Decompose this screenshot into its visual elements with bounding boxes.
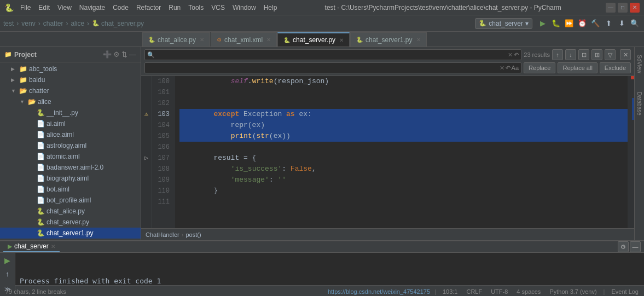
- breadcrumb-alice[interactable]: alice: [71, 20, 84, 27]
- find-prev-icon[interactable]: ↶: [514, 51, 519, 59]
- find-prev-button[interactable]: ↑: [552, 49, 563, 60]
- status-chars[interactable]: 79 chars, 2 line breaks: [3, 288, 68, 295]
- tree-item-abc-tools[interactable]: ▶ 📁 abc_tools: [0, 63, 141, 74]
- tab-chat-server1[interactable]: 🐍 chat_server1.py ✕: [350, 32, 426, 47]
- run-settings-button[interactable]: ⚙: [618, 241, 629, 252]
- replace-button[interactable]: Replace: [524, 62, 555, 73]
- sidebar-collapse-button[interactable]: —: [129, 50, 136, 59]
- tree-item-chat-alice-py[interactable]: 🐍 chat_alice.py: [0, 206, 141, 217]
- find-settings-button[interactable]: ✕: [620, 49, 631, 60]
- find-input[interactable]: [156, 51, 507, 58]
- menu-navigate[interactable]: Navigate: [76, 3, 108, 13]
- menu-vcs[interactable]: VCS: [208, 3, 228, 13]
- menu-help[interactable]: Help: [260, 3, 281, 13]
- replace-all-button[interactable]: Replace all: [558, 62, 597, 73]
- run-tab-chat-server[interactable]: ▶ chat_server ✕: [3, 241, 60, 252]
- breadcrumb-chatter[interactable]: chatter: [43, 20, 63, 27]
- tree-item-chatter[interactable]: ▼ 📂 chatter: [0, 85, 141, 96]
- status-indent[interactable]: 4 spaces: [514, 288, 543, 295]
- breadcrumb-venv[interactable]: venv: [21, 20, 35, 27]
- gutter-run-107[interactable]: ▷: [141, 153, 152, 164]
- run-close-button[interactable]: —: [630, 241, 641, 252]
- status-position[interactable]: 103:1: [440, 288, 460, 295]
- debug-button[interactable]: 🐛: [550, 18, 562, 30]
- find-close-icon[interactable]: ✕: [508, 51, 513, 59]
- breadcrumb-method[interactable]: post(): [185, 231, 201, 238]
- sidebar-settings-button[interactable]: ⚙: [113, 50, 120, 59]
- tree-item-alice-aiml[interactable]: 📄 alice.aiml: [0, 129, 141, 140]
- tree-item-atomic-aiml[interactable]: 📄 atomic.aiml: [0, 151, 141, 162]
- minimize-button[interactable]: —: [606, 3, 616, 13]
- tab-close-chat-xml[interactable]: ✕: [266, 37, 271, 43]
- file-icon-alice-aiml: 📄: [37, 131, 45, 138]
- breadcrumb-test[interactable]: test: [3, 20, 14, 27]
- tree-item-alice[interactable]: ▼ 📂 alice: [0, 96, 141, 107]
- run-play-button[interactable]: ▶: [2, 255, 13, 266]
- tab-close-chat-server[interactable]: ✕: [339, 37, 344, 43]
- exclude-button[interactable]: Exclude: [600, 62, 631, 73]
- replace-case-icon[interactable]: Aa: [512, 65, 519, 71]
- breadcrumb-class[interactable]: ChatHandler: [146, 231, 179, 238]
- file-icon-init-py: 🐍: [37, 109, 45, 117]
- menu-file[interactable]: File: [17, 3, 34, 13]
- event-log-button[interactable]: Event Log: [609, 288, 641, 295]
- menu-window[interactable]: Window: [229, 3, 259, 13]
- status-link[interactable]: https://blog.csdn.net/weixin_47542175: [328, 288, 430, 295]
- breadcrumb-file[interactable]: 🐍 chat_server.py: [92, 20, 144, 27]
- tree-item-badanswer-aiml[interactable]: 📄 badanswer.aiml-2.0: [0, 162, 141, 173]
- menu-bar[interactable]: File Edit View Navigate Code Refactor Ru…: [17, 3, 280, 13]
- status-encoding[interactable]: UTF-8: [489, 288, 510, 295]
- menu-code[interactable]: Code: [109, 3, 132, 13]
- replace-input[interactable]: [147, 65, 498, 71]
- find-next-button[interactable]: ↓: [565, 49, 576, 60]
- status-line-ending[interactable]: CRLF: [464, 288, 484, 295]
- run-up-button[interactable]: ↑: [2, 268, 13, 279]
- sidebar-title: Project: [14, 51, 101, 59]
- tree-item-ai-aiml[interactable]: 📄 ai.aiml: [0, 118, 141, 129]
- sidebar-expand-button[interactable]: ⇅: [121, 50, 127, 59]
- menu-run[interactable]: Run: [165, 3, 184, 13]
- profile-button[interactable]: ⏰: [576, 18, 588, 30]
- commit-button[interactable]: ⬆: [602, 18, 614, 30]
- database-label[interactable]: Database: [636, 92, 642, 115]
- tab-close-chat-alice[interactable]: ✕: [200, 37, 204, 43]
- breadcrumb-sep4: ›: [87, 20, 89, 27]
- tab-chat-xml[interactable]: ⚙ chat_xml.xml ✕: [211, 32, 277, 47]
- status-python[interactable]: Python 3.7 (venv): [547, 288, 599, 295]
- build-button[interactable]: 🔨: [589, 18, 601, 30]
- menu-refactor[interactable]: Refactor: [133, 3, 164, 13]
- tree-item-astrology-aiml[interactable]: 📄 astrology.aiml: [0, 140, 141, 151]
- find-copy-button[interactable]: ⊡: [578, 49, 589, 60]
- run-tab-close[interactable]: ✕: [51, 243, 55, 249]
- code-editor[interactable]: ⚠ ▷ 100 101 102 103 104 105: [141, 76, 634, 228]
- close-button[interactable]: ✕: [630, 3, 640, 13]
- sidebar-add-button[interactable]: ➕: [103, 50, 112, 59]
- menu-view[interactable]: View: [54, 3, 75, 13]
- window-controls[interactable]: — □ ✕: [606, 3, 640, 13]
- update-button[interactable]: ⬇: [616, 18, 628, 30]
- sdview-label[interactable]: SdView: [636, 55, 642, 73]
- tree-item-chat-server-py[interactable]: 🐍 chat_server.py: [0, 217, 141, 228]
- run-button[interactable]: ▶: [537, 18, 549, 30]
- tree-item-baidu[interactable]: ▶ 📁 baidu: [0, 74, 141, 85]
- code-content[interactable]: self.write(respon_json) except Exception…: [175, 76, 628, 228]
- search-everywhere-button[interactable]: 🔍: [629, 18, 641, 30]
- tree-item-chat-server1-py[interactable]: 🐍 chat_server1.py: [0, 228, 141, 239]
- tree-item-init-py[interactable]: 🐍 __init__.py: [0, 107, 141, 118]
- find-filter-button[interactable]: ▽: [605, 49, 616, 60]
- tab-chat-server[interactable]: 🐍 chat_server.py ✕: [277, 32, 350, 47]
- menu-tools[interactable]: Tools: [185, 3, 207, 13]
- replace-close-icon[interactable]: ✕: [500, 65, 504, 72]
- tree-item-bot-profile-aiml[interactable]: 📄 bot_profile.aiml: [0, 195, 141, 206]
- tree-item-bot-aiml[interactable]: 📄 bot.aiml: [0, 184, 141, 195]
- find-options-button[interactable]: ⊞: [591, 49, 602, 60]
- coverage-button[interactable]: ⏩: [563, 18, 575, 30]
- menu-edit[interactable]: Edit: [35, 3, 53, 13]
- tree-item-biography-aiml[interactable]: 📄 biography.aiml: [0, 173, 141, 184]
- tab-close-chat-server1[interactable]: ✕: [416, 37, 421, 43]
- replace-prev-icon[interactable]: ↶: [506, 65, 510, 72]
- tree-arrow-alice: ▼: [20, 99, 26, 105]
- maximize-button[interactable]: □: [618, 3, 628, 13]
- run-config-selector[interactable]: 🐍 chat_server ▾: [475, 18, 532, 29]
- tab-chat-alice[interactable]: 🐍 chat_alice.py ✕: [142, 32, 210, 47]
